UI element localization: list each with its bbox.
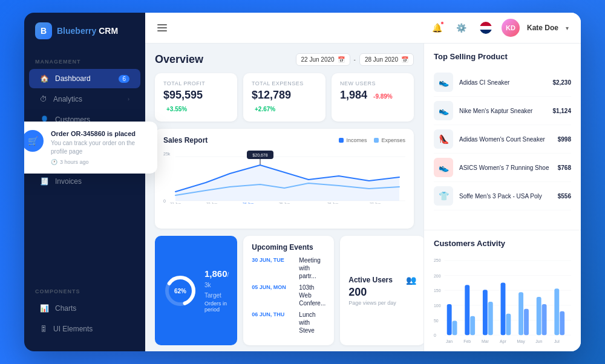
svg-rect-33 (483, 290, 488, 335)
sidebar-item-dashboard[interactable]: 🏠 Dashboard 6 (29, 69, 140, 88)
toast-icon: 🛒 (24, 130, 44, 152)
stat-card-profit: Total Profit $95,595 +3.55% (155, 73, 237, 122)
users-icon: 👥 (406, 275, 416, 285)
donut-info: 1,860/ 3k Target Orders in period (204, 268, 229, 313)
svg-text:200: 200 (434, 274, 441, 278)
donut-card: 62% 1,860/ 3k Target Orders in period (155, 236, 237, 345)
page-header: Overview 22 Jun 2020 📅 - 28 Jun 2020 📅 (155, 53, 414, 66)
date-start-input[interactable]: 22 Jun 2020 📅 (296, 53, 350, 66)
invoices-icon: 🧾 (40, 177, 49, 186)
topbar-icons: 🔔 ⚙️ KD Kate Doe ▾ (429, 19, 569, 37)
date-range: 22 Jun 2020 📅 - 28 Jun 2020 📅 (296, 53, 414, 66)
event-item: 30 JUN, TUE Meeting with partr... (252, 256, 325, 280)
svg-rect-35 (501, 282, 506, 335)
event-date: 30 JUN, TUE (252, 256, 294, 263)
home-icon: 🏠 (40, 74, 49, 83)
sidebar-item-ui-elements[interactable]: 🎛 UI Elements (29, 319, 140, 339)
logo-text: Blueberry CRM (57, 26, 118, 36)
svg-rect-36 (506, 314, 511, 336)
stat-label: Total Expenses (252, 80, 317, 86)
chart-header: Sales Report Incomes Expenses (163, 136, 405, 145)
nav-section-management: MANAGEMENT (24, 49, 145, 68)
svg-text:Mar: Mar (482, 339, 489, 343)
legend-expenses: Expenses (374, 137, 405, 143)
svg-text:0: 0 (163, 199, 166, 203)
svg-text:62%: 62% (174, 288, 186, 294)
flag-icon (480, 22, 492, 34)
svg-text:Jun: Jun (535, 339, 542, 343)
svg-rect-32 (470, 316, 475, 336)
active-users-title: Active Users (348, 276, 393, 284)
user-dropdown-icon[interactable]: ▾ (566, 25, 569, 31)
svg-rect-41 (554, 288, 559, 335)
top-selling-title: Top Selling Product (434, 52, 571, 61)
main-content: 🔔 ⚙️ KD Kate Doe ▾ Overview (145, 13, 581, 351)
product-price: $1,124 (552, 108, 571, 114)
svg-text:Feb: Feb (463, 339, 471, 343)
event-item: 05 JUN, MON 103th Web Confere... (252, 284, 325, 307)
product-thumb: 👠 (434, 129, 453, 149)
sidebar-item-analytics[interactable]: ⏱ Analytics › (29, 89, 140, 109)
notification-dot (440, 21, 444, 25)
sidebar-item-charts[interactable]: 📊 Charts (29, 299, 140, 318)
clock-icon: 🕐 (51, 159, 57, 165)
svg-marker-7 (175, 165, 399, 201)
legend-dot-incomes (339, 138, 344, 143)
active-users-count: 200 (348, 286, 416, 299)
upcoming-events-card: Upcoming Events 30 JUN, TUE Meeting with… (243, 236, 334, 345)
svg-rect-34 (488, 302, 493, 335)
content-area: Overview 22 Jun 2020 📅 - 28 Jun 2020 📅 (145, 44, 581, 351)
product-name: Soffe Men's 3 Pack - USA Poly (459, 192, 552, 200)
analytics-icon: ⏱ (40, 95, 47, 103)
logo: B Blueberry CRM (24, 13, 145, 49)
active-users-header: Active Users 👥 (348, 275, 416, 285)
stat-change: -9.89% (373, 93, 393, 100)
chevron-right-icon: › (128, 96, 129, 102)
customers-activity-chart: 250 200 150 100 50 0 (434, 254, 571, 348)
product-item: 👕 Soffe Men's 3 Pack - USA Poly $556 (434, 182, 571, 210)
product-item: 👟 Adidas CI Sneaker $2,230 (434, 68, 571, 97)
left-panel: Overview 22 Jun 2020 📅 - 28 Jun 2020 📅 (145, 44, 424, 351)
logo-icon: B (35, 22, 52, 39)
svg-text:27 Jun: 27 Jun (370, 202, 381, 204)
product-thumb: 👟 (434, 73, 453, 92)
stat-value: $95,595 +3.55% (163, 89, 229, 114)
stats-row: Total Profit $95,595 +3.55% Total Expens… (155, 73, 414, 122)
sidebar: B Blueberry CRM MANAGEMENT 🏠 Dashboard 6… (24, 13, 145, 351)
svg-text:24 Jun: 24 Jun (243, 202, 253, 204)
svg-text:0: 0 (434, 333, 436, 337)
sidebar-item-invoices[interactable]: 🧾 Invoices (29, 172, 140, 191)
hamburger-button[interactable] (157, 24, 167, 31)
svg-rect-30 (453, 321, 457, 336)
events-title: Upcoming Events (252, 243, 325, 252)
legend-dot-expenses (374, 138, 379, 143)
user-name[interactable]: Kate Doe (527, 24, 558, 32)
toast-desc: You can track your order on the profile … (51, 139, 148, 156)
active-users-card: Active Users 👥 200 Page views per day (340, 236, 424, 345)
stat-change: +2.67% (255, 106, 275, 112)
event-item: 06 JUN, THU Lunch with Steve (252, 311, 325, 334)
dashboard-badge: 6 (119, 75, 129, 83)
top-selling-section: Top Selling Product 👟 Adidas CI Sneaker … (424, 44, 581, 230)
product-price: $768 (558, 164, 571, 171)
stat-card-expenses: Total Expenses $12,789 +2.67% (243, 73, 325, 122)
stat-label: Total Profit (163, 80, 229, 86)
product-price: $998 (558, 136, 571, 143)
svg-rect-39 (537, 297, 541, 335)
svg-text:150: 150 (434, 288, 441, 293)
sales-report-card: Sales Report Incomes Expenses (155, 129, 414, 229)
svg-text:Apr: Apr (500, 339, 506, 344)
product-item: 👟 ASICS Women's 7 Running Shoe $768 (434, 154, 571, 182)
stat-value: $12,789 +2.67% (252, 89, 317, 114)
page-title: Overview (155, 53, 203, 66)
language-selector[interactable] (477, 19, 494, 36)
svg-text:$20,678: $20,678 (252, 153, 267, 157)
stat-change: +3.55% (166, 106, 187, 112)
customers-activity-title: Customers Activity (434, 239, 571, 248)
customers-activity-section: Customers Activity 250 200 150 100 50 0 (424, 230, 581, 351)
notifications-button[interactable]: 🔔 (429, 19, 446, 36)
date-end-input[interactable]: 28 Jun 2020 📅 (359, 53, 414, 66)
svg-text:25k: 25k (163, 152, 171, 156)
settings-button[interactable]: ⚙️ (453, 19, 470, 36)
donut-chart: 62% (163, 274, 197, 308)
